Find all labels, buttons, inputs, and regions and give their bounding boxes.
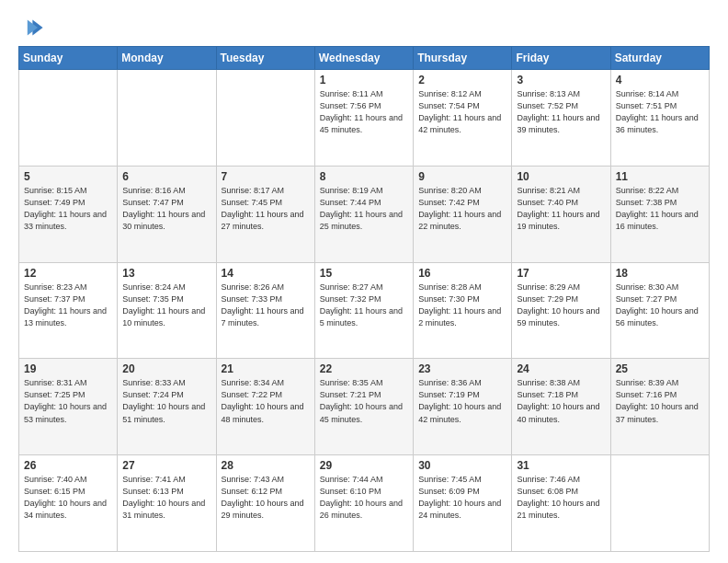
day-number: 9 bbox=[418, 170, 506, 183]
day-info: Sunrise: 8:24 AM Sunset: 7:35 PM Dayligh… bbox=[122, 282, 210, 329]
week-row-2: 5Sunrise: 8:15 AM Sunset: 7:49 PM Daylig… bbox=[19, 166, 710, 262]
day-number: 2 bbox=[418, 74, 506, 86]
day-info: Sunrise: 8:26 AM Sunset: 7:33 PM Dayligh… bbox=[222, 282, 310, 329]
day-info: Sunrise: 7:43 AM Sunset: 6:12 PM Dayligh… bbox=[222, 474, 310, 522]
day-number: 14 bbox=[222, 267, 310, 280]
day-info: Sunrise: 8:12 AM Sunset: 7:54 PM Dayligh… bbox=[418, 88, 506, 136]
weekday-header-thursday: Thursday bbox=[414, 47, 512, 70]
day-info: Sunrise: 8:30 AM Sunset: 7:27 PM Dayligh… bbox=[616, 282, 704, 329]
day-number: 28 bbox=[222, 459, 310, 472]
calendar-cell: 27Sunrise: 7:41 AM Sunset: 6:13 PM Dayli… bbox=[118, 455, 216, 552]
calendar-cell: 21Sunrise: 8:34 AM Sunset: 7:22 PM Dayli… bbox=[216, 359, 314, 455]
day-number: 31 bbox=[517, 459, 605, 472]
calendar-cell bbox=[610, 455, 709, 552]
day-info: Sunrise: 8:29 AM Sunset: 7:29 PM Dayligh… bbox=[517, 282, 605, 329]
day-number: 1 bbox=[320, 74, 408, 86]
weekday-header-sunday: Sunday bbox=[19, 47, 118, 70]
day-info: Sunrise: 7:46 AM Sunset: 6:08 PM Dayligh… bbox=[517, 474, 605, 522]
day-number: 13 bbox=[122, 267, 210, 280]
calendar-cell: 11Sunrise: 8:22 AM Sunset: 7:38 PM Dayli… bbox=[610, 166, 709, 262]
calendar-cell: 12Sunrise: 8:23 AM Sunset: 7:37 PM Dayli… bbox=[19, 262, 118, 359]
day-number: 15 bbox=[320, 267, 408, 280]
day-info: Sunrise: 8:11 AM Sunset: 7:56 PM Dayligh… bbox=[320, 88, 408, 136]
day-info: Sunrise: 8:33 AM Sunset: 7:24 PM Dayligh… bbox=[122, 377, 210, 425]
calendar-cell: 22Sunrise: 8:35 AM Sunset: 7:21 PM Dayli… bbox=[314, 359, 413, 455]
weekday-header-row: SundayMondayTuesdayWednesdayThursdayFrid… bbox=[19, 47, 710, 70]
day-number: 20 bbox=[122, 362, 210, 375]
day-info: Sunrise: 8:27 AM Sunset: 7:32 PM Dayligh… bbox=[320, 282, 408, 329]
calendar-cell: 17Sunrise: 8:29 AM Sunset: 7:29 PM Dayli… bbox=[512, 262, 610, 359]
calendar-cell: 16Sunrise: 8:28 AM Sunset: 7:30 PM Dayli… bbox=[414, 262, 512, 359]
day-info: Sunrise: 8:15 AM Sunset: 7:49 PM Dayligh… bbox=[24, 185, 112, 233]
day-info: Sunrise: 8:19 AM Sunset: 7:44 PM Dayligh… bbox=[320, 185, 408, 233]
day-number: 23 bbox=[418, 362, 506, 375]
day-info: Sunrise: 8:22 AM Sunset: 7:38 PM Dayligh… bbox=[616, 185, 704, 233]
day-number: 21 bbox=[222, 362, 310, 375]
day-info: Sunrise: 8:14 AM Sunset: 7:51 PM Dayligh… bbox=[616, 88, 704, 136]
logo bbox=[18, 15, 48, 40]
day-info: Sunrise: 8:36 AM Sunset: 7:19 PM Dayligh… bbox=[418, 377, 506, 425]
day-number: 3 bbox=[517, 74, 605, 86]
day-info: Sunrise: 8:39 AM Sunset: 7:16 PM Dayligh… bbox=[616, 377, 704, 425]
calendar-cell: 30Sunrise: 7:45 AM Sunset: 6:09 PM Dayli… bbox=[414, 455, 512, 552]
calendar-cell: 29Sunrise: 7:44 AM Sunset: 6:10 PM Dayli… bbox=[314, 455, 413, 552]
day-number: 25 bbox=[616, 362, 704, 375]
day-number: 11 bbox=[616, 170, 704, 183]
day-info: Sunrise: 8:35 AM Sunset: 7:21 PM Dayligh… bbox=[320, 377, 408, 425]
calendar-cell: 3Sunrise: 8:13 AM Sunset: 7:52 PM Daylig… bbox=[512, 70, 610, 167]
day-number: 19 bbox=[24, 362, 112, 375]
calendar-table: SundayMondayTuesdayWednesdayThursdayFrid… bbox=[18, 46, 710, 552]
calendar-cell bbox=[118, 70, 216, 167]
day-number: 27 bbox=[122, 459, 210, 472]
day-number: 5 bbox=[24, 170, 112, 183]
calendar-cell: 14Sunrise: 8:26 AM Sunset: 7:33 PM Dayli… bbox=[216, 262, 314, 359]
weekday-header-tuesday: Tuesday bbox=[216, 47, 314, 70]
day-info: Sunrise: 8:13 AM Sunset: 7:52 PM Dayligh… bbox=[517, 88, 605, 136]
logo-icon bbox=[18, 15, 44, 40]
day-info: Sunrise: 8:16 AM Sunset: 7:47 PM Dayligh… bbox=[122, 185, 210, 233]
day-number: 6 bbox=[122, 170, 210, 183]
week-row-5: 26Sunrise: 7:40 AM Sunset: 6:15 PM Dayli… bbox=[19, 455, 710, 552]
weekday-header-monday: Monday bbox=[118, 47, 216, 70]
day-number: 22 bbox=[320, 362, 408, 375]
calendar-cell: 10Sunrise: 8:21 AM Sunset: 7:40 PM Dayli… bbox=[512, 166, 610, 262]
day-number: 30 bbox=[418, 459, 506, 472]
calendar-cell: 8Sunrise: 8:19 AM Sunset: 7:44 PM Daylig… bbox=[314, 166, 413, 262]
day-info: Sunrise: 7:44 AM Sunset: 6:10 PM Dayligh… bbox=[320, 474, 408, 522]
day-number: 8 bbox=[320, 170, 408, 183]
calendar-cell: 9Sunrise: 8:20 AM Sunset: 7:42 PM Daylig… bbox=[414, 166, 512, 262]
day-number: 12 bbox=[24, 267, 112, 280]
calendar-cell: 15Sunrise: 8:27 AM Sunset: 7:32 PM Dayli… bbox=[314, 262, 413, 359]
day-number: 18 bbox=[616, 267, 704, 280]
weekday-header-wednesday: Wednesday bbox=[314, 47, 413, 70]
calendar-cell: 31Sunrise: 7:46 AM Sunset: 6:08 PM Dayli… bbox=[512, 455, 610, 552]
day-info: Sunrise: 7:41 AM Sunset: 6:13 PM Dayligh… bbox=[122, 474, 210, 522]
day-number: 24 bbox=[517, 362, 605, 375]
calendar-cell: 1Sunrise: 8:11 AM Sunset: 7:56 PM Daylig… bbox=[314, 70, 413, 167]
day-info: Sunrise: 8:28 AM Sunset: 7:30 PM Dayligh… bbox=[418, 282, 506, 329]
day-info: Sunrise: 7:40 AM Sunset: 6:15 PM Dayligh… bbox=[24, 474, 112, 522]
day-number: 4 bbox=[616, 74, 704, 86]
day-number: 7 bbox=[222, 170, 310, 183]
calendar-cell: 18Sunrise: 8:30 AM Sunset: 7:27 PM Dayli… bbox=[610, 262, 709, 359]
day-info: Sunrise: 8:38 AM Sunset: 7:18 PM Dayligh… bbox=[517, 377, 605, 425]
day-info: Sunrise: 8:17 AM Sunset: 7:45 PM Dayligh… bbox=[222, 185, 310, 233]
calendar-cell: 2Sunrise: 8:12 AM Sunset: 7:54 PM Daylig… bbox=[414, 70, 512, 167]
day-number: 10 bbox=[517, 170, 605, 183]
day-info: Sunrise: 8:20 AM Sunset: 7:42 PM Dayligh… bbox=[418, 185, 506, 233]
calendar-cell: 25Sunrise: 8:39 AM Sunset: 7:16 PM Dayli… bbox=[610, 359, 709, 455]
page: SundayMondayTuesdayWednesdayThursdayFrid… bbox=[0, 0, 728, 563]
day-info: Sunrise: 8:34 AM Sunset: 7:22 PM Dayligh… bbox=[222, 377, 310, 425]
day-info: Sunrise: 8:21 AM Sunset: 7:40 PM Dayligh… bbox=[517, 185, 605, 233]
calendar-cell: 13Sunrise: 8:24 AM Sunset: 7:35 PM Dayli… bbox=[118, 262, 216, 359]
calendar-cell: 4Sunrise: 8:14 AM Sunset: 7:51 PM Daylig… bbox=[610, 70, 709, 167]
calendar-cell: 24Sunrise: 8:38 AM Sunset: 7:18 PM Dayli… bbox=[512, 359, 610, 455]
day-number: 16 bbox=[418, 267, 506, 280]
calendar-cell: 6Sunrise: 8:16 AM Sunset: 7:47 PM Daylig… bbox=[118, 166, 216, 262]
day-number: 17 bbox=[517, 267, 605, 280]
day-info: Sunrise: 8:31 AM Sunset: 7:25 PM Dayligh… bbox=[24, 377, 112, 425]
weekday-header-saturday: Saturday bbox=[610, 47, 709, 70]
calendar-cell: 19Sunrise: 8:31 AM Sunset: 7:25 PM Dayli… bbox=[19, 359, 118, 455]
calendar-cell bbox=[19, 70, 118, 167]
day-info: Sunrise: 8:23 AM Sunset: 7:37 PM Dayligh… bbox=[24, 282, 112, 329]
